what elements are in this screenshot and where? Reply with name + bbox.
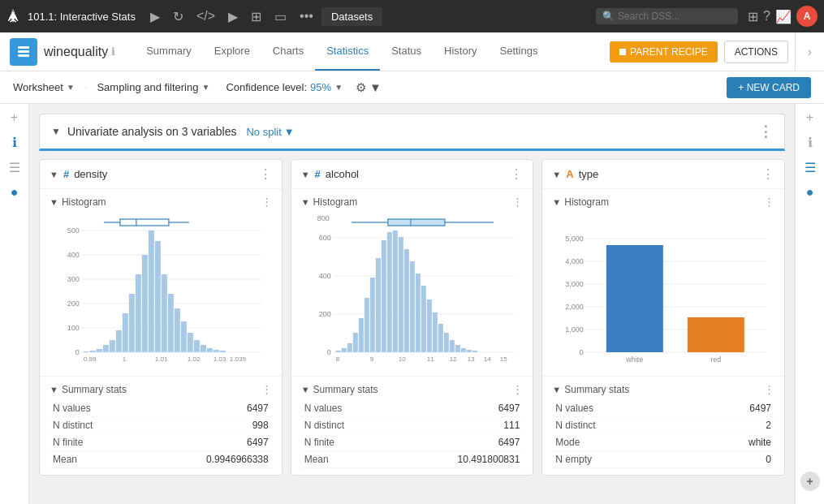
nav-deploy-icon[interactable]: ⊞ [246, 6, 266, 28]
svg-rect-65 [365, 298, 369, 352]
split-button[interactable]: No split ▼ [246, 126, 294, 138]
density-hist-collapse-icon[interactable]: ▼ [50, 197, 58, 207]
worksheet-button[interactable]: Worksheet ▼ [13, 81, 75, 93]
section-header: ▼ Univariate analysis on 3 variables No … [39, 114, 785, 151]
panel-info-icon[interactable]: ℹ [12, 135, 17, 150]
tab-charts[interactable]: Charts [261, 32, 315, 71]
alcohol-collapse-icon[interactable]: ▼ [301, 170, 310, 179]
svg-rect-68 [382, 240, 386, 352]
panel-plus-icon[interactable]: + [11, 110, 18, 125]
right-add-button[interactable]: + [800, 472, 820, 491]
table-row: N distinct2 [552, 417, 774, 434]
svg-rect-63 [353, 333, 358, 352]
nav-refresh-icon[interactable]: ↻ [168, 6, 188, 28]
density-summary-collapse-icon[interactable]: ▼ [50, 385, 58, 394]
svg-text:12: 12 [450, 355, 457, 363]
svg-rect-34 [181, 321, 187, 352]
grid-icon[interactable]: ⊞ [748, 9, 758, 24]
density-summary-label-row: ▼ Summary stats ⋮ [50, 383, 272, 395]
gear-button[interactable]: ⚙ ▼ [356, 80, 382, 95]
nav-code-icon[interactable]: </> [192, 6, 220, 27]
panel-list-icon[interactable]: ☰ [9, 160, 20, 175]
density-collapse-icon[interactable]: ▼ [50, 170, 58, 179]
type-type-icon: A [566, 168, 573, 180]
alcohol-hist-more-icon[interactable]: ⋮ [512, 196, 523, 208]
svg-rect-82 [461, 348, 466, 352]
density-hist-more-icon[interactable]: ⋮ [261, 196, 272, 208]
density-more-icon[interactable]: ⋮ [259, 166, 272, 182]
svg-rect-39 [214, 350, 219, 352]
dataset-icon [10, 38, 37, 66]
type-hist-collapse-icon[interactable]: ▼ [552, 197, 561, 207]
panel-users-icon[interactable]: ● [11, 185, 19, 200]
nav-back-icon[interactable]: ▶ [145, 6, 165, 28]
svg-text:3,000: 3,000 [566, 280, 585, 288]
svg-text:red: red [711, 355, 722, 364]
tab-explore[interactable]: Explore [203, 32, 261, 71]
svg-rect-77 [433, 312, 438, 352]
confidence-value: 95% [310, 81, 331, 93]
right-list-icon[interactable]: ☰ [805, 160, 816, 175]
right-users-icon[interactable]: ● [806, 185, 814, 200]
svg-rect-25 [123, 313, 128, 352]
type-more-icon[interactable]: ⋮ [761, 166, 774, 182]
alcohol-card: ▼ # alcohol ⋮ ▼ Histogram ⋮ 0 200 400 [291, 159, 534, 476]
nav-template-icon[interactable]: ▭ [270, 6, 291, 28]
type-summary-collapse-icon[interactable]: ▼ [552, 385, 561, 394]
table-row: Mean0.9946966338 [50, 451, 272, 468]
svg-text:600: 600 [318, 234, 330, 242]
type-histogram-label-row: ▼ Histogram ⋮ [552, 196, 774, 208]
parent-recipe-button[interactable]: PARENT RECIPE [610, 41, 718, 62]
alcohol-histogram-label: Histogram [313, 196, 358, 208]
nav-play-icon[interactable]: ▶ [223, 6, 243, 28]
type-summary-label-row: ▼ Summary stats ⋮ [552, 383, 774, 395]
sampling-filter-button[interactable]: Sampling and filtering ▼ [97, 81, 209, 93]
svg-rect-78 [438, 324, 443, 352]
type-summary-more-icon[interactable]: ⋮ [764, 383, 774, 395]
svg-rect-31 [162, 274, 167, 352]
alcohol-summary-collapse-icon[interactable]: ▼ [301, 385, 310, 394]
actions-button[interactable]: ACTIONS [724, 41, 788, 63]
alcohol-summary-more-icon[interactable]: ⋮ [512, 383, 523, 395]
tab-history[interactable]: History [433, 32, 488, 71]
density-summary-more-icon[interactable]: ⋮ [261, 383, 272, 395]
worksheet-chevron-icon: ▼ [67, 83, 75, 92]
svg-rect-84 [472, 351, 477, 352]
section-collapse-icon[interactable]: ▼ [51, 126, 61, 137]
svg-rect-66 [370, 278, 375, 352]
svg-rect-33 [175, 308, 180, 352]
svg-rect-21 [97, 349, 102, 352]
alcohol-more-icon[interactable]: ⋮ [510, 166, 523, 182]
type-histogram-label: Histogram [564, 196, 609, 208]
tab-status[interactable]: Status [380, 32, 433, 71]
type-stats-table: N values6497 N distinct2 Modewhite N emp… [552, 400, 774, 468]
density-card: ▼ # density ⋮ ▼ Histogram ⋮ 0 100 [39, 159, 283, 476]
trending-icon[interactable]: 📈 [775, 9, 792, 24]
svg-rect-70 [393, 230, 398, 352]
section-more-icon[interactable]: ⋮ [758, 123, 773, 140]
type-collapse-icon[interactable]: ▼ [552, 170, 561, 179]
help-icon[interactable]: ? [763, 9, 770, 24]
search-icon: 🔍 [602, 11, 615, 22]
svg-text:200: 200 [318, 310, 330, 318]
tab-statistics[interactable]: Statistics [315, 32, 380, 71]
nav-arrow-icon[interactable]: › [795, 32, 824, 71]
tab-summary[interactable]: Summary [135, 32, 203, 71]
new-card-button[interactable]: + NEW CARD [727, 77, 811, 98]
nav-more-icon[interactable]: ••• [295, 6, 318, 27]
svg-text:9: 9 [370, 355, 374, 363]
confidence-button[interactable]: Confidence level: 95% ▼ [226, 81, 343, 93]
datasets-button[interactable]: Datasets [321, 7, 382, 26]
alcohol-hist-collapse-icon[interactable]: ▼ [301, 197, 310, 207]
dataset-info-icon[interactable]: ℹ [111, 45, 115, 58]
svg-rect-57 [388, 219, 445, 226]
type-hist-more-icon[interactable]: ⋮ [764, 196, 774, 208]
avatar[interactable]: A [796, 6, 818, 27]
right-info-icon[interactable]: ℹ [808, 135, 813, 150]
tab-settings[interactable]: Settings [488, 32, 549, 71]
right-plus-icon[interactable]: + [806, 110, 813, 125]
svg-rect-36 [194, 340, 200, 352]
search-input[interactable] [618, 11, 731, 22]
svg-rect-76 [427, 299, 432, 352]
svg-text:2,000: 2,000 [566, 303, 585, 311]
